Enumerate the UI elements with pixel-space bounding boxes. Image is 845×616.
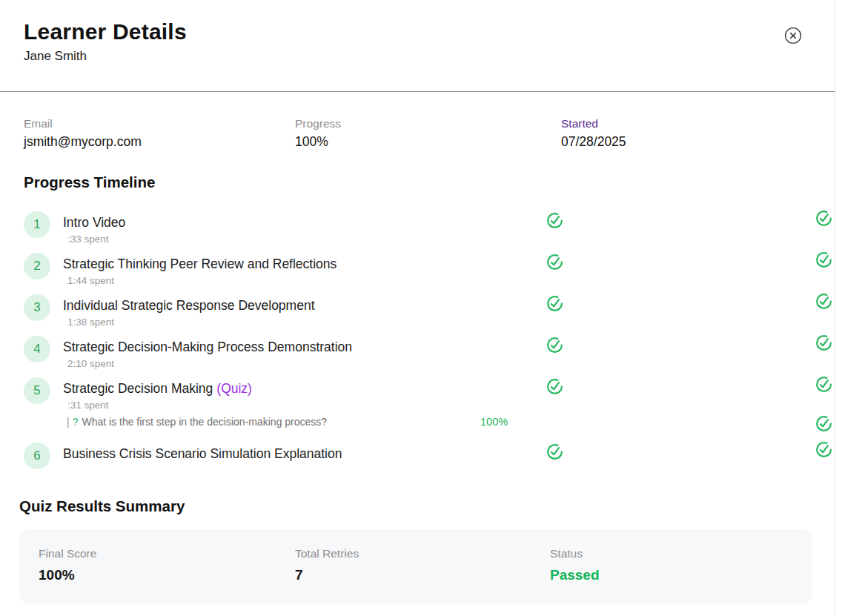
step-number-badge: 6 [24, 443, 50, 469]
time-spent: 2:10 spent [67, 358, 352, 369]
check-circle-icon [815, 440, 833, 459]
check-circle-icon [815, 334, 833, 352]
email-field-group: Email jsmith@mycorp.com [24, 117, 295, 150]
question-score: 100% [480, 416, 508, 428]
email-label: Email [24, 117, 295, 130]
timeline-item-content: Individual Strategic Response Developmen… [63, 294, 315, 330]
check-circle-icon [815, 292, 833, 311]
time-spent: :31 spent [67, 400, 252, 411]
started-value: 07/28/2025 [561, 134, 835, 150]
final-score-value: 100% [39, 567, 295, 583]
timeline-item: 2Strategic Thinking Peer Review and Refl… [24, 253, 835, 288]
timeline-item: 3Individual Strategic Response Developme… [24, 294, 835, 330]
timeline-heading: Progress Timeline [24, 173, 835, 191]
check-circle-icon [815, 375, 833, 394]
check-circle-icon [546, 253, 564, 271]
timeline-item-content: Strategic Decision-Making Process Demons… [63, 336, 352, 371]
timeline-item-title: Intro Video [63, 215, 125, 230]
total-retries-label: Total Retries [295, 547, 550, 560]
circle-x-icon [784, 27, 802, 44]
email-value: jsmith@mycorp.com [24, 134, 295, 150]
timeline-item: 1Intro Video:33 spent [24, 211, 835, 247]
time-spent: :33 spent [67, 234, 125, 245]
check-circle-icon [546, 377, 564, 396]
progress-timeline-section: Progress Timeline 1Intro Video:33 spent2… [0, 173, 835, 478]
final-score-group: Final Score 100% [39, 547, 295, 603]
quiz-summary-card: Final Score 100% Total Retries 7 Status … [19, 529, 812, 603]
check-circle-icon [546, 443, 564, 461]
timeline-item: 5Strategic Decision Making(Quiz):31 spen… [24, 377, 835, 413]
started-label: Started [561, 117, 835, 130]
learner-details-modal: Learner Details Jane Smith Email jsmith@… [0, 0, 835, 616]
status-label: Status [550, 547, 812, 560]
step-number-badge: 5 [24, 377, 50, 404]
close-button[interactable] [784, 27, 802, 44]
step-number-badge: 3 [24, 294, 50, 321]
timeline-item: 4Strategic Decision-Making Process Demon… [24, 336, 835, 371]
status-badge: Passed [550, 567, 812, 583]
check-circle-icon [546, 294, 564, 313]
page-title: Learner Details [24, 19, 811, 44]
quiz-summary-heading: Quiz Results Summary [19, 497, 811, 515]
progress-field-group: Progress 100% [295, 117, 561, 150]
time-spent: 1:44 spent [67, 275, 337, 286]
learner-name: Jane Smith [24, 49, 811, 64]
step-number-badge: 2 [24, 253, 50, 279]
timeline-item-content: Business Crisis Scenario Simulation Expl… [63, 443, 342, 478]
step-number-badge: 4 [24, 336, 50, 362]
question-mark-icon: ? [73, 416, 79, 428]
step-number-badge: 1 [24, 211, 50, 238]
check-circle-icon [546, 336, 564, 354]
total-retries-value: 7 [295, 567, 550, 583]
question-text: What is the first step in the decision-m… [82, 416, 327, 428]
timeline-item-title: Strategic Thinking Peer Review and Refle… [63, 256, 337, 271]
time-spent: 1:38 spent [67, 317, 315, 328]
quiz-tag: (Quiz) [216, 381, 252, 396]
started-field-group: Started 07/28/2025 [561, 117, 835, 150]
check-circle-icon [815, 209, 833, 228]
check-circle-icon [815, 251, 833, 269]
progress-label: Progress [295, 117, 561, 130]
final-score-label: Final Score [39, 547, 295, 560]
check-circle-icon [546, 211, 564, 230]
timeline-item-content: Intro Video:33 spent [63, 211, 125, 247]
timeline-item-title: Strategic Decision Making [63, 381, 213, 396]
timeline-item-title: Business Crisis Scenario Simulation Expl… [63, 446, 342, 461]
timeline-item-content: Strategic Thinking Peer Review and Refle… [63, 253, 337, 288]
quiz-question-row: |?What is the first step in the decision… [24, 416, 835, 432]
timeline-item-content: Strategic Decision Making(Quiz):31 spent [63, 377, 252, 413]
check-circle-icon [815, 414, 833, 433]
learner-info-row: Email jsmith@mycorp.com Progress 100% St… [0, 92, 835, 150]
status-group: Status Passed [550, 547, 812, 603]
timeline-item-title: Individual Strategic Response Developmen… [63, 298, 315, 313]
timeline-item: 6Business Crisis Scenario Simulation Exp… [24, 443, 835, 478]
modal-header: Learner Details Jane Smith [0, 0, 835, 64]
progress-value: 100% [295, 134, 561, 150]
question-separator: | [67, 416, 70, 428]
quiz-summary-section: Quiz Results Summary Final Score 100% To… [0, 497, 835, 603]
total-retries-group: Total Retries 7 [295, 547, 550, 603]
timeline-item-title: Strategic Decision-Making Process Demons… [63, 340, 352, 354]
timeline-rows: 1Intro Video:33 spent2Strategic Thinking… [24, 211, 835, 478]
